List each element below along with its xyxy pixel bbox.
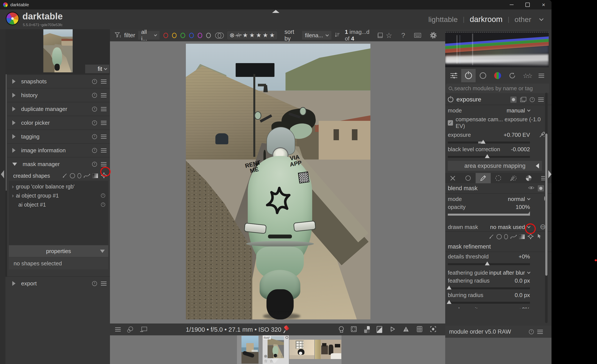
- exposure-slider[interactable]: [448, 139, 530, 144]
- blend-mode-row[interactable]: mode normal: [445, 194, 551, 203]
- brush-tool-icon[interactable]: [488, 234, 494, 240]
- compensate-exposure-row[interactable]: ✓ compensate cam... exposure (-1.0 EV): [445, 115, 551, 131]
- tab-lighttable[interactable]: lighttable: [428, 15, 458, 24]
- color-label-blue[interactable]: [189, 33, 194, 38]
- filmstrip-thumb-3[interactable]: [289, 335, 314, 364]
- blurring-radius-slider[interactable]: [448, 299, 530, 304]
- blend-off-tab[interactable]: [445, 173, 460, 183]
- module-power-icon[interactable]: [448, 97, 453, 102]
- blend-drawn-mask-tab[interactable]: [476, 173, 491, 183]
- star-icon[interactable]: ★: [269, 32, 275, 38]
- collections-icon[interactable]: [378, 33, 383, 38]
- star-icon[interactable]: ★: [249, 32, 255, 38]
- presets-menu-icon[interactable]: [538, 98, 544, 102]
- sidebar-item-history[interactable]: history: [7, 88, 110, 102]
- color-label-yellow[interactable]: [172, 33, 177, 38]
- eyedropper-icon[interactable]: [539, 131, 546, 139]
- presets-menu-icon[interactable]: [101, 79, 107, 83]
- opacity-slider[interactable]: [448, 211, 530, 216]
- exposure-header[interactable]: exposure: [445, 94, 551, 105]
- navigation-thumbnail[interactable]: [43, 29, 73, 72]
- zoom-level-dropdown[interactable]: fit: [85, 65, 109, 73]
- maximize-button[interactable]: [520, 0, 535, 9]
- bottom-panel-collapse-handle[interactable]: [270, 358, 279, 363]
- minimize-button[interactable]: [504, 0, 520, 9]
- tab-effects-modules[interactable]: ☆☆: [520, 69, 534, 82]
- properties-bar[interactable]: properties: [9, 245, 108, 257]
- help-icon[interactable]: ?: [401, 32, 405, 39]
- ellipse-tool-icon[interactable]: [77, 173, 81, 178]
- overexposure-warning-icon[interactable]: [402, 326, 409, 333]
- checkbox-checked-icon[interactable]: ✓: [448, 120, 453, 126]
- color-label-green[interactable]: [181, 33, 185, 38]
- right-panel-collapse-handle[interactable]: [548, 170, 551, 178]
- reset-icon[interactable]: [92, 79, 97, 84]
- gamut-check-icon[interactable]: [364, 326, 370, 333]
- details-threshold-slider[interactable]: [448, 261, 530, 265]
- color-label-gray[interactable]: [206, 33, 211, 38]
- ellipse-tool-icon[interactable]: [504, 234, 508, 239]
- reject-icon[interactable]: ⊗: [229, 32, 234, 38]
- presets-menu-icon[interactable]: [101, 135, 107, 139]
- sort-criteria-dropdown[interactable]: filena...: [302, 31, 332, 40]
- shortcuts-keyboard-icon[interactable]: [414, 33, 421, 38]
- reset-icon[interactable]: [92, 107, 97, 112]
- color-label-red[interactable]: [164, 33, 168, 38]
- reset-icon[interactable]: [530, 97, 535, 102]
- module-order-bar[interactable]: module order v5.0 RAW: [445, 326, 551, 338]
- left-scrollbar[interactable]: [5, 74, 7, 277]
- presets-menu-icon[interactable]: [101, 93, 107, 97]
- left-panel-collapse-handle[interactable]: [1, 170, 4, 178]
- presets-menu-icon[interactable]: [101, 148, 107, 152]
- feathering-radius-slider[interactable]: [448, 285, 530, 290]
- sidebar-item-export[interactable]: export: [7, 276, 110, 290]
- circle-tool-icon[interactable]: [496, 234, 502, 239]
- filter-funnel-icon[interactable]: [114, 31, 121, 39]
- pin-icon[interactable]: [283, 325, 290, 334]
- exposure-mode-row[interactable]: mode manual: [445, 105, 551, 115]
- presets-menu-icon[interactable]: [101, 281, 107, 286]
- overlays-menu-icon[interactable]: [115, 327, 121, 332]
- sidebar-item-mask-manager[interactable]: mask manager: [7, 157, 110, 171]
- list-item-group[interactable]: › group 'color balance rgb': [9, 182, 108, 191]
- close-button[interactable]: ×: [535, 0, 551, 9]
- star-icon[interactable]: ★: [243, 32, 248, 38]
- eye-icon[interactable]: [528, 186, 534, 191]
- list-item-ai-object[interactable]: ai object #1: [9, 200, 108, 209]
- tab-darkroom[interactable]: darkroom: [470, 15, 503, 24]
- display-mask-icon[interactable]: [538, 185, 544, 191]
- feathering-guide-row[interactable]: feathering guide input after blur: [445, 267, 551, 277]
- tab-color-modules[interactable]: [490, 69, 505, 82]
- presets-menu-icon[interactable]: [101, 162, 107, 166]
- tab-favorites[interactable]: [476, 69, 490, 82]
- star-icon[interactable]: ★: [263, 32, 268, 38]
- blend-parametric-tab[interactable]: [491, 173, 506, 183]
- reset-icon[interactable]: [92, 93, 97, 98]
- reset-icon[interactable]: [92, 162, 97, 167]
- gear-icon[interactable]: [430, 32, 437, 38]
- reset-icon[interactable]: [92, 134, 97, 139]
- tab-other[interactable]: other: [515, 15, 531, 24]
- filter-criteria-dropdown[interactable]: all i...: [138, 31, 159, 40]
- right-scrollbar[interactable]: [545, 93, 548, 323]
- favorite-star-icon[interactable]: ☆: [386, 32, 392, 39]
- brush-tool-icon[interactable]: [62, 173, 68, 179]
- circle-tool-icon[interactable]: [70, 173, 75, 178]
- gradient-tool-icon[interactable]: [519, 234, 525, 239]
- chevron-down-icon[interactable]: [539, 17, 543, 21]
- black-level-slider[interactable]: [448, 154, 530, 158]
- edit-shapes-cursor-icon[interactable]: [536, 234, 542, 240]
- presets-menu-icon[interactable]: [101, 107, 107, 111]
- sort-direction-icon[interactable]: [334, 32, 340, 39]
- presets-menu-icon[interactable]: [101, 121, 107, 125]
- fit-to-screen-icon[interactable]: [350, 326, 357, 334]
- blend-uniform-tab[interactable]: [460, 173, 475, 183]
- presets-menu-icon[interactable]: [537, 330, 543, 334]
- second-window-icon[interactable]: [140, 327, 147, 332]
- search-input[interactable]: [454, 85, 547, 92]
- tab-active-modules[interactable]: [447, 69, 461, 82]
- gradient-tool-icon[interactable]: [93, 173, 98, 178]
- list-item-ai-group[interactable]: › ai object group #1: [9, 191, 108, 200]
- filmstrip-thumb-1[interactable]: [237, 335, 263, 364]
- area-exposure-mapping-button[interactable]: area exposure mapping: [448, 161, 542, 171]
